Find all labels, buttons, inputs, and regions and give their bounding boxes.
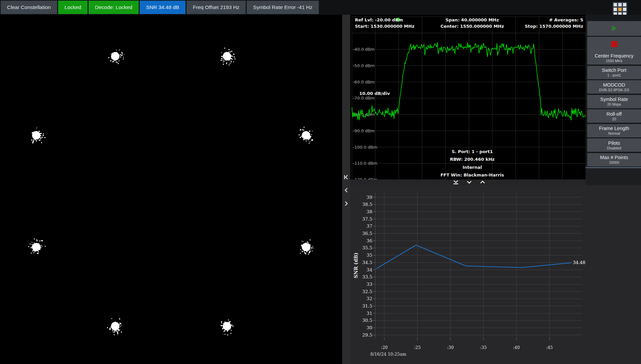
spectrum-db-per-div: 10.00 dB/div xyxy=(359,91,390,96)
chevron-down-icon xyxy=(466,179,473,185)
spectrum-y-tick: -90.0 dBm xyxy=(353,128,375,133)
sidebar-button-value: 1550 MHz xyxy=(606,59,622,63)
spectrum-rbw: RBW: 200.460 kHz xyxy=(450,157,495,162)
sidebar-button-switch-port[interactable]: Switch Port1 - port1 xyxy=(587,66,641,79)
spectrum-y-tick: -110.0 dBm xyxy=(353,161,377,166)
spectrum-y-tick: -40.0 dBm xyxy=(353,47,375,52)
sidebar-button-title: Center Frequency xyxy=(595,53,633,58)
collapse-bottom-button[interactable] xyxy=(452,179,460,185)
sidebar-button-title: MODCOD xyxy=(603,82,625,88)
snr-y-tick: 37 xyxy=(367,223,372,229)
sidebar-button-center-frequency[interactable]: Center Frequency1550 MHz xyxy=(587,51,641,65)
spectrum-reference: Internal xyxy=(463,165,482,170)
toolbar-button-decode-locked[interactable]: Decode: Locked xyxy=(89,1,139,14)
toolbar-buttons: Clear ConstellationLockedDecode: LockedS… xyxy=(1,1,319,14)
spectrum-y-tick: -50.0 dBm xyxy=(353,63,375,68)
panel-splitter[interactable] xyxy=(342,15,350,364)
snr-y-tick: 31.5 xyxy=(362,303,372,309)
snr-y-tick: 34 xyxy=(367,267,372,272)
toolbar-button-snr-34-48-db[interactable]: SNR 34.48 dB xyxy=(140,1,185,14)
snr-y-tick: 30 xyxy=(367,325,372,330)
toolbar-button-clear-constellation[interactable]: Clear Constellation xyxy=(1,1,57,14)
spectrum-span: Span: 40.000000 MHz xyxy=(445,17,499,22)
sidebar-button-pilots[interactable]: PilotsDisabled xyxy=(587,138,641,152)
sidebar-button-title: Switch Port xyxy=(602,68,626,73)
collapse-left-button[interactable] xyxy=(343,173,350,182)
spectrum-panel: -40.0 dBm-50.0 dBm-60.0 dBm-70.0 dBm-80.… xyxy=(350,15,586,179)
grow-left-button[interactable] xyxy=(343,200,350,208)
constellation-panel xyxy=(0,15,342,364)
sidebar-button-modcod[interactable]: MODCODDVB-S2 8PSK-2/3 xyxy=(587,80,641,94)
toolbar-button-symbol-rate-error-41-hz[interactable]: Symbol Rate Error -41 Hz xyxy=(247,1,318,14)
sidebar-bottom-accent xyxy=(586,167,641,168)
collapse-left-icon xyxy=(343,174,349,180)
snr-y-tick: 37.5 xyxy=(362,216,372,222)
grow-spectrum-button[interactable] xyxy=(478,179,487,185)
top-toolbar: Clear ConstellationLockedDecode: LockedS… xyxy=(0,0,641,15)
snr-y-tick: 36 xyxy=(367,238,372,243)
snr-y-tick: 39 xyxy=(367,195,372,200)
sidebar-button-value: 10000 xyxy=(609,160,619,164)
sidebar-button-title: Symbol Rate xyxy=(600,97,628,102)
spectrum-plot: -40.0 dBm-50.0 dBm-60.0 dBm-70.0 dBm-80.… xyxy=(350,15,586,179)
snr-x-tick: :20 xyxy=(381,345,388,350)
spectrum-y-tick: -70.0 dBm xyxy=(353,96,375,101)
grid-cell xyxy=(614,3,617,6)
chevron-left-icon xyxy=(343,187,349,193)
control-sidebar: Center Frequency1550 MHzSwitch Port1 - p… xyxy=(586,15,641,168)
snr-chart-panel: :20:25:30:35:40:453938.53837.53736.53635… xyxy=(350,185,641,364)
sidebar-button-frame-length[interactable]: Frame LengthNormal xyxy=(587,124,641,137)
snr-x-tick: :30 xyxy=(447,345,454,350)
snr-y-tick: 38 xyxy=(367,209,372,214)
sidebar-button-roll-off[interactable]: Roll-off20 xyxy=(587,109,641,123)
spectrum-averages: # Averages: 5 xyxy=(549,17,583,22)
spectrum-fft-window: FFT Win: Blackman-Harris xyxy=(440,172,504,177)
snr-date-label: 8/16/24 10:25am xyxy=(370,352,406,357)
grid-cell-active xyxy=(618,8,622,11)
sidebar-button-title: Max # Points xyxy=(600,155,628,160)
sidebar-button-value: Normal xyxy=(608,131,620,135)
snr-x-tick: :40 xyxy=(513,345,520,350)
snr-y-tick: 35.5 xyxy=(362,245,372,250)
toolbar-button-freq-offset-2193-hz[interactable]: Freq Offset 2193 Hz xyxy=(186,1,246,14)
spectrum-y-tick: -120.0 dBm xyxy=(353,177,377,179)
snr-y-tick: 36.5 xyxy=(362,231,372,236)
snr-y-tick: 38.5 xyxy=(362,202,372,207)
grid-cell xyxy=(623,3,626,6)
play-button[interactable] xyxy=(587,21,641,36)
snr-x-tick: :45 xyxy=(546,345,553,350)
stop-button[interactable] xyxy=(587,37,641,51)
sidebar-button-symbol-rate[interactable]: Symbol Rate20 Msps xyxy=(587,95,641,108)
toolbar-button-locked[interactable]: Locked xyxy=(58,1,88,14)
snr-x-tick: :35 xyxy=(480,345,487,350)
snr-y-tick: 32.5 xyxy=(362,289,372,294)
snr-y-tick: 29.5 xyxy=(362,332,372,338)
chevron-up-icon xyxy=(479,179,486,185)
sidebar-button-title: Roll-off xyxy=(607,111,622,117)
chevron-right-icon xyxy=(343,201,349,207)
snr-y-tick: 34.5 xyxy=(362,260,372,265)
sidebar-button-max-points[interactable]: Max # Points10000 xyxy=(587,153,641,166)
shrink-left-button[interactable] xyxy=(343,186,350,195)
shrink-spectrum-button[interactable] xyxy=(465,179,474,185)
spectrum-collapse-strip xyxy=(350,179,586,185)
sidebar-button-value: 20 Msps xyxy=(607,102,621,106)
snr-chart-plot: :20:25:30:35:40:453938.53837.53736.53635… xyxy=(350,185,641,364)
chevron-down-underline-icon xyxy=(452,179,460,185)
snr-y-tick: 31 xyxy=(367,311,372,316)
app-root: Clear ConstellationLockedDecode: LockedS… xyxy=(0,0,641,364)
snr-y-tick: 33.5 xyxy=(362,274,372,279)
spectrum-start-freq: Start: 1530.000000 MHz xyxy=(355,24,414,29)
snr-y-tick: 30.5 xyxy=(362,318,372,323)
snr-line xyxy=(376,245,571,268)
sidebar-button-value: Disabled xyxy=(607,146,621,150)
grid-cell xyxy=(623,8,626,11)
grid-cell xyxy=(618,3,622,6)
sidebar-button-value: 20 xyxy=(612,117,616,121)
stop-icon xyxy=(611,41,618,47)
snr-y-tick: 32 xyxy=(367,296,372,301)
spectrum-ref-level: Ref Lvl: -20.00 dBm xyxy=(355,17,403,22)
sidebar-button-title: Frame Length xyxy=(599,126,629,131)
snr-y-axis-label: SNR (dB) xyxy=(353,253,359,278)
grid-cell xyxy=(614,8,617,11)
